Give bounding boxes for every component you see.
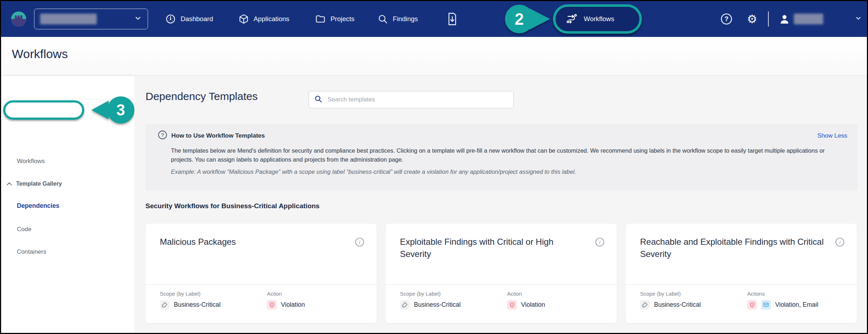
- nav-item-dashboard[interactable]: Dashboard: [165, 14, 213, 24]
- user-name-redacted: [794, 14, 823, 24]
- action-value: Violation: [521, 301, 545, 309]
- violation-shield-icon: [267, 300, 277, 310]
- navbar-right-cluster: ? ⚙: [720, 1, 862, 37]
- page-title: Workflows: [12, 47, 68, 61]
- organization-selector[interactable]: [34, 9, 148, 29]
- template-card-malicious-packages[interactable]: Malicious Packages i Scope (by Label) Bu…: [146, 224, 377, 323]
- template-cards-row: Malicious Packages i Scope (by Label) Bu…: [146, 224, 857, 323]
- card-title: Reachable and Exploitable Findings with …: [640, 236, 826, 260]
- card-title: Exploitable Findings with Critical or Hi…: [400, 236, 586, 260]
- sidebar-item-template-gallery[interactable]: Template Gallery: [16, 181, 62, 187]
- svg-text:?: ?: [725, 15, 729, 23]
- svg-text:?: ?: [161, 132, 164, 138]
- applications-icon: [238, 14, 249, 24]
- sidebar: Workflows Template Gallery Dependencies …: [1, 76, 134, 334]
- card-title: Malicious Packages: [160, 236, 346, 248]
- template-card-exploitable-findings[interactable]: Exploitable Findings with Critical or Hi…: [386, 224, 617, 323]
- nav-label: Dashboard: [181, 15, 213, 23]
- nav-label: Projects: [330, 15, 354, 23]
- user-avatar-icon[interactable]: [779, 13, 790, 25]
- help-icon[interactable]: ?: [720, 13, 733, 25]
- sidebar-divider: [1, 99, 134, 99]
- svg-text:i: i: [359, 239, 360, 245]
- sidebar-item-workflows[interactable]: Workflows: [17, 158, 45, 165]
- info-circle-icon[interactable]: i: [595, 237, 605, 248]
- nav-item-workflows-highlighted[interactable]: Workflows: [553, 4, 642, 34]
- nav-label: Findings: [393, 15, 418, 23]
- card-footer: Scope (by Label) Business-Critical Actio…: [146, 285, 377, 323]
- info-circle-icon[interactable]: i: [835, 237, 845, 248]
- card-footer: Scope (by Label) Business-Critical Actio…: [626, 285, 857, 323]
- action-label: Action: [507, 291, 545, 297]
- settings-gear-icon[interactable]: ⚙: [747, 13, 757, 25]
- svg-text:i: i: [839, 239, 840, 245]
- template-search[interactable]: [309, 91, 514, 108]
- search-icon: [314, 95, 323, 105]
- top-navbar: Dashboard Applications Projects: [1, 1, 867, 37]
- template-card-reachable-exploitable-findings[interactable]: Reachable and Exploitable Findings with …: [626, 224, 857, 323]
- chevron-down-icon: [134, 14, 142, 24]
- info-box-title: How to Use Workflow Templates: [171, 132, 265, 139]
- reports-icon[interactable]: [447, 12, 458, 26]
- section-title: Security Workflows for Business-Critical…: [146, 202, 320, 210]
- annotation-step-2-badge: 2: [501, 3, 552, 35]
- mend-logo-icon[interactable]: [10, 11, 27, 27]
- chevron-up-icon[interactable]: [6, 181, 13, 188]
- scope-label: Scope (by Label): [640, 291, 701, 297]
- organization-name-redacted: [40, 14, 97, 24]
- nav-label: Workflows: [584, 15, 614, 23]
- nav-item-findings[interactable]: Findings: [377, 14, 418, 24]
- question-circle-icon: ?: [158, 130, 167, 141]
- main-content: Dependency Templates ? How to Use Workfl…: [134, 76, 868, 334]
- actions-label: Actions: [747, 291, 818, 297]
- info-box: ? How to Use Workflow Templates Show Les…: [146, 124, 858, 190]
- nav-item-applications[interactable]: Applications: [238, 14, 290, 24]
- findings-search-icon: [377, 14, 388, 24]
- navbar-divider: [768, 11, 769, 27]
- scope-label: Scope (by Label): [400, 291, 461, 297]
- scope-label: Scope (by Label): [160, 291, 220, 297]
- card-footer: Scope (by Label) Business-Critical Actio…: [386, 285, 617, 323]
- tag-icon: [400, 300, 410, 310]
- dashboard-icon: [165, 14, 176, 24]
- projects-folder-icon: [315, 14, 326, 24]
- tag-icon: [160, 300, 170, 310]
- annotation-step-2-number: 2: [515, 10, 524, 28]
- actions-value: Violation, Email: [775, 301, 818, 309]
- violation-shield-icon: [747, 300, 757, 310]
- search-input[interactable]: [327, 96, 508, 104]
- show-less-link[interactable]: Show Less: [817, 132, 847, 139]
- scope-value: Business-Critical: [414, 301, 461, 309]
- scope-value: Business-Critical: [174, 301, 220, 309]
- violation-shield-icon: [507, 300, 517, 310]
- action-label: Action: [267, 291, 305, 297]
- tag-icon: [640, 300, 650, 310]
- user-menu-chevron-down-icon[interactable]: [855, 15, 862, 23]
- page-header: Workflows: [1, 37, 867, 76]
- nav-label: Applications: [254, 15, 290, 23]
- email-envelope-icon: [761, 300, 771, 310]
- action-value: Violation: [281, 301, 305, 309]
- sidebar-item-code[interactable]: Code: [17, 226, 32, 233]
- workflows-icon: [566, 12, 578, 26]
- info-box-example: Example: A workflow “Malicious Package” …: [171, 168, 847, 175]
- annotation-highlight-ring-template-gallery: [3, 100, 84, 120]
- sidebar-item-containers[interactable]: Containers: [17, 248, 46, 256]
- nav-item-projects[interactable]: Projects: [315, 14, 354, 24]
- info-box-body: The templates below are Mend's definitio…: [171, 146, 838, 164]
- svg-text:i: i: [599, 239, 600, 245]
- app-window: Dashboard Applications Projects: [0, 0, 868, 334]
- content-title: Dependency Templates: [146, 90, 258, 102]
- info-circle-icon[interactable]: i: [355, 237, 364, 248]
- scope-value: Business-Critical: [654, 301, 701, 309]
- sidebar-item-dependencies-selected[interactable]: Dependencies: [17, 202, 59, 210]
